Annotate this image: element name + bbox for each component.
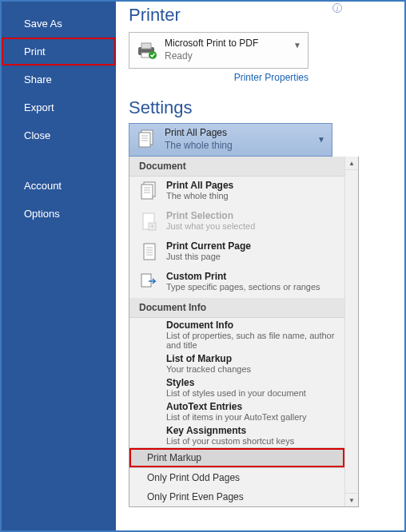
chevron-down-icon: ▼	[317, 135, 325, 144]
print-panel: i Printer Microsoft Print to PDF Ready ▼…	[116, 2, 404, 530]
pages-icon	[137, 180, 161, 204]
printer-icon	[136, 39, 158, 62]
menu-item-odd-pages[interactable]: Only Print Odd Pages	[129, 468, 344, 487]
page-icon	[137, 240, 161, 264]
svg-rect-1	[141, 43, 151, 49]
menu-item-even-pages[interactable]: Only Print Even Pages	[129, 487, 344, 506]
menu-item-title: List of Markup	[166, 353, 251, 364]
svg-rect-5	[139, 133, 150, 147]
menu-item-autotext[interactable]: AutoText Entries List of items in your A…	[129, 399, 344, 423]
menu-item-title: Custom Print	[166, 271, 320, 282]
print-range-dropdown[interactable]: Print All Pages The whole thing ▼	[129, 123, 332, 157]
menu-item-print-all[interactable]: Print All Pages The whole thing	[129, 177, 344, 207]
printer-status: Ready	[165, 50, 258, 63]
menu-item-styles[interactable]: Styles List of styles used in your docum…	[129, 375, 344, 399]
backstage-sidebar: Save As Print Share Export Close Account…	[2, 2, 116, 530]
menu-item-document-info[interactable]: Document Info List of properties, such a…	[129, 318, 344, 351]
menu-item-key-assign[interactable]: Key Assignments List of your custom shor…	[129, 423, 344, 447]
menu-item-sub: List of styles used in your document	[166, 388, 306, 398]
menu-item-sub: The whole thing	[166, 191, 233, 200]
chevron-down-icon: ▼	[293, 41, 301, 50]
scroll-down-icon[interactable]: ▼	[345, 493, 358, 506]
menu-item-sub: List of your custom shortcut keys	[166, 436, 294, 446]
sidebar-item-print[interactable]: Print	[2, 38, 116, 66]
menu-item-print-markup[interactable]: Print Markup	[129, 448, 344, 467]
menu-item-title: Print Current Page	[166, 240, 251, 252]
sidebar-item-export[interactable]: Export	[2, 93, 116, 121]
menu-header-document: Document	[129, 157, 344, 177]
sidebar-item-account[interactable]: Account	[2, 172, 116, 200]
menu-item-print-selection: Print Selection Just what you selected	[129, 207, 344, 237]
menu-item-sub: Your tracked changes	[166, 364, 251, 374]
printer-properties-link[interactable]: Printer Properties	[129, 72, 308, 83]
sidebar-item-share[interactable]: Share	[2, 66, 116, 93]
scroll-up-icon[interactable]: ▲	[345, 157, 358, 170]
menu-item-sub: Just this page	[166, 252, 251, 261]
menu-item-sub: Type specific pages, sections or ranges	[166, 282, 320, 292]
scrollbar[interactable]: ▲ ▼	[344, 157, 358, 506]
menu-item-title: AutoText Entries	[166, 401, 306, 412]
menu-item-title: Styles	[166, 377, 306, 388]
menu-item-print-current[interactable]: Print Current Page Just this page	[129, 237, 344, 268]
sidebar-item-options[interactable]: Options	[2, 200, 116, 228]
svg-rect-18	[144, 244, 155, 260]
sidebar-item-close[interactable]: Close	[2, 121, 116, 149]
menu-item-list-markup[interactable]: List of Markup Your tracked changes	[129, 351, 344, 375]
menu-item-title: Print Selection	[166, 210, 255, 221]
menu-item-custom-print[interactable]: Custom Print Type specific pages, sectio…	[129, 268, 344, 298]
menu-item-sub: List of properties, such as file name, a…	[166, 331, 338, 350]
pages-icon	[136, 128, 158, 152]
menu-item-title: Key Assignments	[166, 425, 294, 436]
dropdown-title: Print All Pages	[165, 127, 233, 140]
menu-item-title: Print All Pages	[166, 180, 233, 191]
printer-name: Microsoft Print to PDF	[165, 38, 258, 50]
menu-header-info: Document Info	[129, 298, 344, 318]
sidebar-item-save-as[interactable]: Save As	[2, 10, 116, 38]
custom-page-icon	[137, 271, 161, 295]
svg-rect-23	[141, 274, 151, 287]
svg-rect-10	[141, 185, 153, 199]
print-range-menu: ▲ ▼ Document Print All Pages The whole t…	[129, 157, 359, 507]
printer-section-title: Printer	[129, 5, 396, 26]
menu-item-sub: List of items in your AutoText gallery	[166, 412, 306, 422]
menu-item-title: Document Info	[166, 320, 338, 331]
page-selection-icon	[137, 210, 161, 234]
settings-section-title: Settings	[129, 97, 396, 118]
info-icon[interactable]: i	[332, 3, 342, 13]
dropdown-subtitle: The whole thing	[165, 140, 233, 153]
printer-selector[interactable]: Microsoft Print to PDF Ready ▼	[129, 32, 308, 69]
menu-item-sub: Just what you selected	[166, 221, 255, 231]
